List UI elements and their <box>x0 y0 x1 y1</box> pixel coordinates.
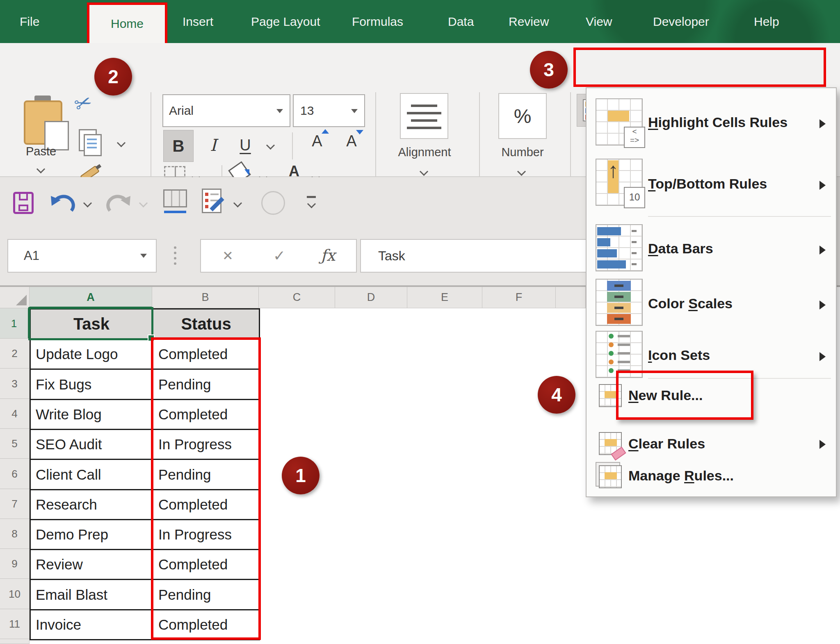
paste-label[interactable]: Paste <box>16 145 66 158</box>
row-header-7[interactable]: 7 <box>0 489 30 519</box>
submenu-arrow-icon <box>819 300 826 309</box>
underline-dropdown-icon[interactable] <box>266 141 275 150</box>
font-size-dropdown-icon[interactable] <box>351 109 358 113</box>
redo-icon[interactable] <box>106 193 131 215</box>
insert-function-icon[interactable]: ƒx <box>321 240 336 271</box>
redo-dropdown-icon[interactable] <box>139 199 148 207</box>
decrease-font-arrow-icon <box>356 130 363 134</box>
increase-font-button[interactable]: A <box>303 132 331 161</box>
cell-a2[interactable]: Update Logo <box>30 339 153 369</box>
manage-rules-icon <box>599 465 622 488</box>
row-header-4[interactable]: 4 <box>0 399 30 429</box>
edit-form-dropdown-icon[interactable] <box>233 199 242 207</box>
font-name-dropdown-icon[interactable] <box>276 109 283 113</box>
select-all-triangle-icon <box>16 295 27 305</box>
edit-form-icon[interactable] <box>202 189 221 213</box>
shape-circle-icon[interactable] <box>261 191 285 215</box>
number-format-icon: % <box>498 93 547 139</box>
color-scales-icon <box>596 279 643 326</box>
copy-dropdown-icon[interactable] <box>117 139 126 147</box>
highlight-cells-rules-icon: < => <box>596 98 643 146</box>
alignment-icon <box>400 93 448 139</box>
status-range-highlight-box <box>151 337 261 640</box>
tab-developer[interactable]: Developer <box>653 0 709 43</box>
clear-rules-icon <box>599 432 622 455</box>
customize-toolbar-chevron-icon <box>307 200 316 208</box>
tab-home[interactable]: Home <box>87 2 167 46</box>
cell-a8[interactable]: Demo Prep <box>30 520 153 550</box>
name-box-dropdown-icon[interactable] <box>140 254 147 258</box>
row-header-11[interactable]: 11 <box>0 609 30 639</box>
cell-a4[interactable]: Write Blog <box>30 400 153 430</box>
row-header-3[interactable]: 3 <box>0 369 30 399</box>
decrease-font-button[interactable]: A <box>337 132 366 161</box>
number-dropdown-icon[interactable] <box>517 167 526 176</box>
cell-a6[interactable]: Client Call <box>30 460 153 490</box>
excel-window: File Insert Page Layout Formulas Data Re… <box>0 0 840 644</box>
column-header-g[interactable] <box>556 287 586 308</box>
submenu-arrow-icon <box>819 246 826 255</box>
customize-toolbar-icon[interactable] <box>307 196 316 198</box>
annotation-step-1: 1 <box>282 457 320 494</box>
cell-a11[interactable]: Invoice <box>30 610 153 640</box>
row-header-2[interactable]: 2 <box>0 339 30 369</box>
tab-view[interactable]: View <box>586 0 612 43</box>
row-header-10[interactable]: 10 <box>0 579 30 609</box>
save-icon[interactable] <box>13 192 34 214</box>
column-header-c[interactable]: C <box>259 287 335 308</box>
column-header-a[interactable]: A <box>30 287 152 308</box>
column-header-f[interactable]: F <box>482 287 556 308</box>
row-header-6[interactable]: 6 <box>0 459 30 489</box>
submenu-arrow-icon <box>819 352 826 361</box>
undo-icon[interactable] <box>50 193 75 215</box>
row-header-8[interactable]: 8 <box>0 519 30 549</box>
new-rule-highlight-box <box>616 371 753 420</box>
copy-icon[interactable] <box>79 129 103 155</box>
column-header-e[interactable]: E <box>407 287 482 308</box>
number-group-label: Number <box>482 146 564 159</box>
increase-font-arrow-icon <box>322 129 329 134</box>
tab-page-layout[interactable]: Page Layout <box>251 0 320 43</box>
data-bars-icon <box>596 224 643 271</box>
tab-file[interactable]: File <box>20 0 39 43</box>
column-header-d[interactable]: D <box>335 287 407 308</box>
row-header-12[interactable] <box>0 639 30 644</box>
undo-dropdown-icon[interactable] <box>83 199 92 207</box>
cancel-icon[interactable]: ✕ <box>222 240 233 272</box>
font-size-combo[interactable]: 13 <box>293 94 365 127</box>
tab-data[interactable]: Data <box>448 0 474 43</box>
alignment-dropdown-icon[interactable] <box>420 167 428 176</box>
tab-review[interactable]: Review <box>509 0 549 43</box>
cell-a9[interactable]: Review <box>30 550 153 580</box>
enter-icon[interactable]: ✓ <box>273 240 285 272</box>
tab-formulas[interactable]: Formulas <box>352 0 403 43</box>
tab-insert[interactable]: Insert <box>183 0 213 43</box>
name-box[interactable]: A1 <box>7 239 157 273</box>
paste-dropdown-icon[interactable] <box>37 165 45 173</box>
row-header-1[interactable]: 1 <box>0 308 30 339</box>
active-cell-selection[interactable] <box>28 307 153 340</box>
cell-a3[interactable]: Fix Bugs <box>30 369 153 400</box>
cell-a5[interactable]: SEO Audit <box>30 430 153 460</box>
cell-b1[interactable]: Status <box>153 309 260 339</box>
select-all-corner[interactable] <box>0 287 30 308</box>
tab-help[interactable]: Help <box>754 0 779 43</box>
italic-button[interactable]: I <box>202 130 225 161</box>
submenu-arrow-icon <box>819 440 826 449</box>
row-header-9[interactable]: 9 <box>0 549 30 579</box>
row-header-5[interactable]: 5 <box>0 429 30 459</box>
bold-button[interactable]: B <box>163 130 194 162</box>
underline-button[interactable]: U <box>232 130 258 161</box>
column-width-icon[interactable] <box>163 189 187 207</box>
cell-a10[interactable]: Email Blast <box>30 580 153 610</box>
cell-a7[interactable]: Research <box>30 490 153 520</box>
formula-bar-drag-handle[interactable] <box>174 243 176 268</box>
cf-highlight-box <box>573 48 826 87</box>
font-name-combo[interactable]: Arial <box>162 94 290 127</box>
submenu-arrow-icon <box>819 181 826 190</box>
column-header-b[interactable]: B <box>152 287 259 308</box>
cut-icon[interactable]: ✂ <box>71 89 95 118</box>
annotation-step-3: 3 <box>530 51 568 89</box>
formula-buttons: ✕ ✓ ƒx <box>200 239 357 273</box>
top-bottom-rules-icon: ↑ 10 <box>596 159 643 206</box>
